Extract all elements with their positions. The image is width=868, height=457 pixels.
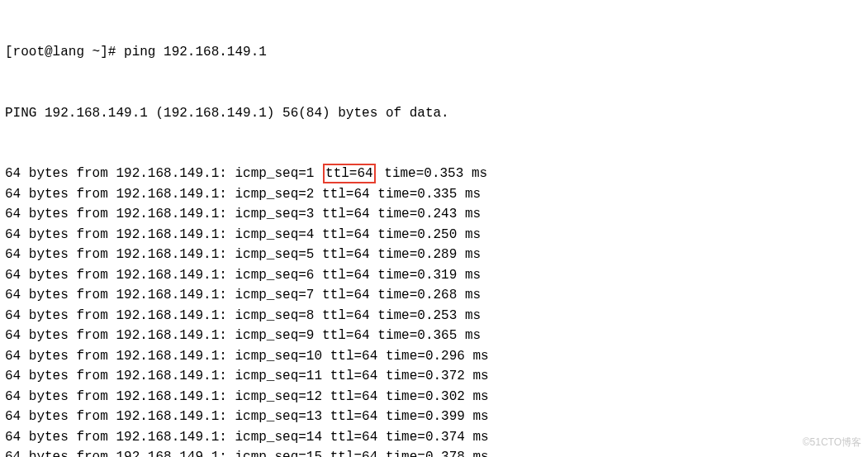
ping-header-line: PING 192.168.149.1 (192.168.149.1) 56(84…: [5, 103, 863, 124]
time-value: time=0.268 ms: [370, 288, 481, 302]
time-value: time=0.399 ms: [377, 409, 488, 424]
reply-prefix: 64 bytes from 192.168.149.1: icmp_seq=6: [5, 268, 322, 283]
reply-prefix: 64 bytes from 192.168.149.1: icmp_seq=7: [5, 288, 322, 302]
time-value: time=0.289 ms: [370, 247, 481, 262]
ttl-value: ttl=64: [322, 288, 370, 302]
watermark: ©51CTO博客: [803, 432, 861, 453]
ttl-value: ttl=64: [322, 227, 370, 242]
reply-prefix: 64 bytes from 192.168.149.1: icmp_seq=2: [5, 187, 322, 202]
time-value: time=0.302 ms: [377, 389, 488, 404]
reply-prefix: 64 bytes from 192.168.149.1: icmp_seq=13: [5, 409, 330, 424]
ping-reply-line: 64 bytes from 192.168.149.1: icmp_seq=15…: [5, 447, 863, 457]
shell-prompt-line: [root@lang ~]# ping 192.168.149.1: [5, 42, 863, 63]
ping-reply-line: 64 bytes from 192.168.149.1: icmp_seq=4 …: [5, 225, 863, 245]
ping-reply-line: 64 bytes from 192.168.149.1: icmp_seq=12…: [5, 387, 863, 407]
reply-prefix: 64 bytes from 192.168.149.1: icmp_seq=11: [5, 369, 330, 383]
ttl-value: ttl=64: [322, 187, 370, 202]
ping-reply-line: 64 bytes from 192.168.149.1: icmp_seq=13…: [5, 407, 863, 427]
ttl-value: ttl=64: [330, 409, 378, 424]
ttl-value: ttl=64: [330, 389, 378, 404]
time-value: time=0.243 ms: [370, 207, 481, 221]
reply-prefix: 64 bytes from 192.168.149.1: icmp_seq=9: [5, 328, 322, 343]
ping-reply-line: 64 bytes from 192.168.149.1: icmp_seq=1 …: [5, 164, 863, 184]
ttl-value: ttl=64: [330, 369, 378, 383]
ttl-value: ttl=64: [322, 247, 370, 262]
ttl-value: ttl=64: [322, 308, 370, 323]
reply-prefix: 64 bytes from 192.168.149.1: icmp_seq=15: [5, 450, 330, 457]
ping-reply-line: 64 bytes from 192.168.149.1: icmp_seq=11…: [5, 366, 863, 387]
reply-prefix: 64 bytes from 192.168.149.1: icmp_seq=4: [5, 227, 322, 242]
ping-reply-line: 64 bytes from 192.168.149.1: icmp_seq=3 …: [5, 204, 863, 225]
ttl-value: ttl=64: [322, 268, 370, 283]
ping-reply-line: 64 bytes from 192.168.149.1: icmp_seq=14…: [5, 427, 863, 448]
reply-prefix: 64 bytes from 192.168.149.1: icmp_seq=14: [5, 430, 330, 445]
reply-prefix: 64 bytes from 192.168.149.1: icmp_seq=8: [5, 308, 322, 323]
ping-reply-line: 64 bytes from 192.168.149.1: icmp_seq=7 …: [5, 285, 863, 306]
ttl-value: ttl=64: [322, 328, 370, 343]
ping-reply-line: 64 bytes from 192.168.149.1: icmp_seq=10…: [5, 346, 863, 367]
reply-prefix: 64 bytes from 192.168.149.1: icmp_seq=10: [5, 349, 330, 364]
terminal-output[interactable]: [root@lang ~]# ping 192.168.149.1 PING 1…: [0, 0, 868, 457]
time-value: time=0.374 ms: [377, 430, 488, 445]
time-value: time=0.365 ms: [370, 328, 481, 343]
ttl-value: ttl=64: [322, 207, 370, 221]
reply-prefix: 64 bytes from 192.168.149.1: icmp_seq=5: [5, 247, 322, 262]
ttl-value: ttl=64: [330, 349, 378, 364]
ping-reply-line: 64 bytes from 192.168.149.1: icmp_seq=9 …: [5, 326, 863, 346]
ttl-value: ttl=64: [323, 164, 376, 183]
ping-reply-line: 64 bytes from 192.168.149.1: icmp_seq=8 …: [5, 306, 863, 326]
time-value: time=0.335 ms: [370, 187, 481, 202]
reply-prefix: 64 bytes from 192.168.149.1: icmp_seq=3: [5, 207, 322, 221]
ping-reply-line: 64 bytes from 192.168.149.1: icmp_seq=6 …: [5, 265, 863, 286]
time-value: time=0.296 ms: [377, 349, 488, 364]
time-value: time=0.250 ms: [370, 227, 481, 242]
ttl-value: ttl=64: [330, 430, 378, 445]
time-value: time=0.319 ms: [370, 268, 481, 283]
reply-prefix: 64 bytes from 192.168.149.1: icmp_seq=12: [5, 389, 330, 404]
ping-reply-line: 64 bytes from 192.168.149.1: icmp_seq=5 …: [5, 245, 863, 265]
time-value: time=0.353 ms: [377, 166, 487, 181]
ping-reply-line: 64 bytes from 192.168.149.1: icmp_seq=2 …: [5, 184, 863, 205]
time-value: time=0.253 ms: [370, 308, 481, 323]
reply-prefix: 64 bytes from 192.168.149.1: icmp_seq=1: [5, 166, 322, 181]
ttl-value: ttl=64: [330, 450, 378, 457]
time-value: time=0.378 ms: [377, 450, 488, 457]
time-value: time=0.372 ms: [377, 369, 488, 383]
